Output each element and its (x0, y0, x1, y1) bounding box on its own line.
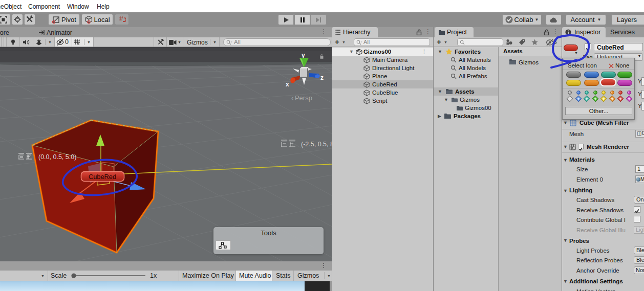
svg-text:‹ Persp: ‹ Persp (291, 94, 312, 102)
svg-text:CubeRed: CubeRed (89, 173, 116, 181)
svg-text:(0.0, 0.5, 5.0): (0.0, 0.5, 5.0) (38, 153, 76, 161)
svg-text:x: x (286, 81, 289, 88)
svg-text:y: y (302, 52, 305, 59)
svg-text:z: z (320, 74, 324, 81)
svg-text:(-2.5, 0.5, 8: (-2.5, 0.5, 8 (301, 141, 332, 148)
